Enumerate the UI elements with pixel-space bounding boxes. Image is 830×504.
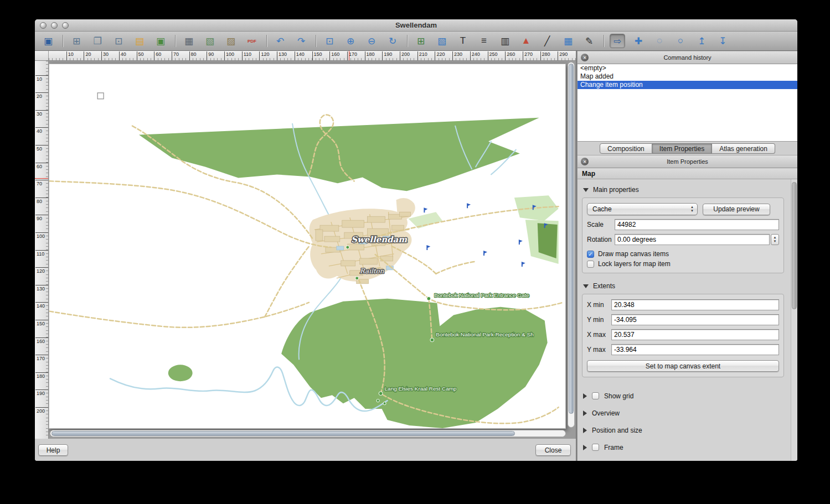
properties-scrollbar-thumb[interactable] (792, 182, 797, 309)
toolbar-separator (407, 35, 408, 47)
rotation-stepper[interactable]: ▲▼ (771, 234, 779, 245)
ruler-mark: 260 (505, 51, 515, 60)
disclosure-closed-icon[interactable] (583, 428, 587, 433)
vertical-scrollbar[interactable] (568, 62, 575, 428)
ruler-mark: 290 (558, 51, 568, 60)
lower-items-icon[interactable]: ↧ (715, 34, 730, 48)
title-bar[interactable]: Swellendam (35, 19, 797, 32)
set-to-map-canvas-extent-button[interactable]: Set to map canvas extent (587, 360, 779, 372)
selection-handle[interactable] (97, 93, 104, 99)
extents-heading: Extents (593, 282, 615, 290)
composer-manager-icon[interactable]: ⊡ (111, 34, 126, 48)
export-svg-icon[interactable]: ▨ (223, 34, 239, 48)
help-button[interactable]: Help (38, 444, 68, 456)
tab-item-properties[interactable]: Item Properties (652, 143, 712, 154)
close-button[interactable]: Close (535, 444, 571, 456)
close-panel-icon[interactable]: ✕ (581, 54, 589, 61)
show-grid-checkbox[interactable] (592, 392, 599, 399)
lock-layers-checkbox[interactable] (587, 261, 594, 268)
add-label-icon[interactable]: T (455, 34, 471, 48)
rotation-input[interactable] (615, 234, 770, 245)
disclosure-closed-icon[interactable] (583, 393, 587, 399)
update-preview-button[interactable]: Update preview (703, 204, 770, 215)
composition-page[interactable]: Swellendam Railton Bontebok National Par… (49, 64, 566, 429)
disclosure-open-icon[interactable] (583, 284, 589, 288)
add-scalebar-icon[interactable]: ▥ (497, 34, 513, 48)
toolbar-separator (63, 35, 63, 47)
y-max-input[interactable] (611, 344, 779, 355)
history-item[interactable]: Map added (578, 72, 797, 81)
zoom-in-icon[interactable]: ⊕ (343, 34, 358, 48)
history-item[interactable]: <empty> (578, 64, 797, 72)
export-image-icon[interactable]: ▧ (202, 34, 218, 48)
ruler-mark: 50 (35, 145, 48, 152)
ruler-mark: 80 (35, 198, 48, 204)
add-shape-icon[interactable]: ▲ (518, 34, 534, 48)
frame-checkbox[interactable] (592, 444, 599, 451)
history-item-selected[interactable]: Change item position (578, 81, 797, 89)
zoom-out-icon[interactable]: ⊖ (364, 34, 379, 48)
save-template-icon[interactable]: ▣ (153, 34, 168, 48)
command-history-list[interactable]: <empty> Map added Change item position (578, 64, 797, 142)
poi-label-reception: Bontebok National Park Reception & Sh (436, 332, 534, 338)
x-max-input[interactable] (611, 329, 779, 340)
select-move-item-icon[interactable]: ⇨ (610, 34, 625, 48)
map-item[interactable]: Swellendam Railton Bontebok National Par… (49, 64, 565, 428)
new-composer-icon[interactable]: ⊞ (69, 34, 84, 48)
redo-icon[interactable]: ↷ (293, 34, 309, 48)
ruler-mark: 70 (172, 51, 179, 60)
ruler-mark: 120 (259, 51, 269, 60)
disclosure-closed-icon[interactable] (583, 411, 587, 416)
horizontal-scrollbar-thumb[interactable] (51, 431, 515, 436)
add-map-icon[interactable]: ⊞ (413, 34, 429, 48)
ruler-mark: 90 (35, 215, 48, 221)
minimize-window-icon[interactable] (51, 22, 58, 29)
vertical-scrollbar-thumb[interactable] (569, 64, 574, 414)
window-title: Swellendam (395, 21, 437, 29)
export-pdf-icon[interactable]: PDF (244, 34, 260, 48)
scale-input[interactable] (615, 219, 779, 230)
duplicate-composer-icon[interactable]: ❐ (90, 34, 105, 48)
zoom-window-icon[interactable] (62, 22, 69, 29)
x-min-input[interactable] (611, 299, 779, 310)
item-properties-header: ✕ Item Properties (578, 155, 797, 168)
ungroup-items-icon[interactable]: ○ (673, 34, 688, 48)
show-grid-label: Show grid (604, 392, 633, 400)
composition-canvas[interactable]: Swellendam Railton Bontebok National Par… (49, 61, 576, 439)
disclosure-closed-icon[interactable] (583, 445, 587, 450)
draw-map-canvas-items-checkbox[interactable]: ✓ (587, 251, 594, 258)
disclosure-open-icon[interactable] (583, 188, 589, 192)
poi-label-gate: Bontebok National Park Entrance Gate (434, 292, 529, 298)
ruler-mark: 20 (35, 92, 48, 99)
undo-icon[interactable]: ↶ (272, 34, 288, 48)
ruler-mark: 30 (35, 110, 48, 117)
save-project-icon[interactable]: ▣ (40, 34, 56, 48)
refresh-view-icon[interactable]: ↻ (385, 34, 400, 48)
toolbar-separator (266, 35, 267, 47)
add-legend-icon[interactable]: ≡ (476, 34, 492, 48)
add-arrow-icon[interactable]: ╱ (539, 34, 555, 48)
item-properties-panel: Main properties Cache ▲▼ Update preview (578, 179, 797, 461)
tab-atlas-generation[interactable]: Atlas generation (712, 143, 775, 154)
toolbar: ▣⊞❐⊡▤▣▦▧▨PDF↶↷⊡⊕⊖↻⊞▧T≡▥▲╱▦✎⇨✚◌○↥↧ (35, 32, 797, 51)
suburb-label: Railton (360, 267, 384, 275)
group-items-icon[interactable]: ◌ (652, 34, 667, 48)
properties-scrollbar[interactable] (791, 179, 797, 461)
vertical-ruler: 1020304050607080901001101201301401501601… (35, 61, 49, 439)
y-min-input[interactable] (611, 314, 779, 325)
ruler-mark: 160 (35, 337, 48, 344)
tab-composition[interactable]: Composition (600, 143, 652, 154)
open-template-icon[interactable]: ▤ (132, 34, 147, 48)
horizontal-scrollbar[interactable] (50, 430, 566, 437)
cache-dropdown[interactable]: Cache ▲▼ (587, 203, 698, 215)
add-table-icon[interactable]: ▦ (560, 34, 576, 48)
zoom-full-icon[interactable]: ⊡ (322, 34, 337, 48)
raise-items-icon[interactable]: ↥ (694, 34, 709, 48)
add-html-frame-icon[interactable]: ✎ (581, 34, 597, 48)
close-window-icon[interactable] (40, 22, 47, 29)
move-item-content-icon[interactable]: ✚ (631, 34, 646, 48)
close-panel-icon[interactable]: ✕ (581, 158, 589, 165)
add-image-icon[interactable]: ▧ (434, 34, 450, 48)
ruler-mark: 120 (35, 267, 48, 274)
print-icon[interactable]: ▦ (181, 34, 197, 48)
